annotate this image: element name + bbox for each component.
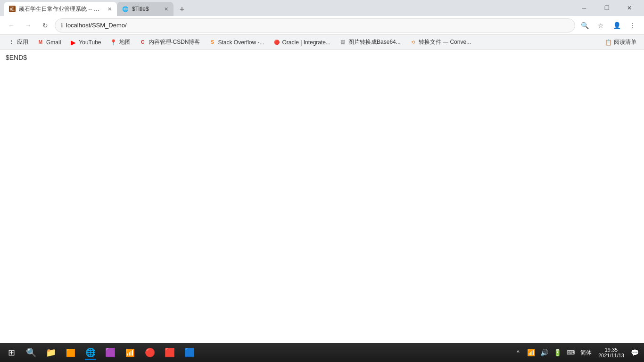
bookmark-imgbase64[interactable]: 🖼 图片转换成Base64... xyxy=(335,37,405,48)
bookmark-stackoverflow[interactable]: S Stack Overflow -... xyxy=(205,37,268,48)
tab-2-favicon: 🌐 xyxy=(122,5,129,13)
menu-button[interactable]: ⋮ xyxy=(625,18,640,33)
tray-battery-icon: 🔋 xyxy=(553,349,561,356)
tab1-icon: 顽 xyxy=(9,6,16,12)
oracle-favicon: 🔴 xyxy=(273,39,281,46)
taskbar-chrome-icon: 🌐 xyxy=(85,347,96,358)
taskbar-file-explorer-icon: 📁 xyxy=(46,347,56,358)
bookmark-gmail[interactable]: M Gmail xyxy=(33,37,65,48)
taskbar-app6-icon: 🟥 xyxy=(165,347,175,358)
tab-strip: 顽 顽石学生日常作业管理系统 -- 作... ✕ 🌐 $Title$ ✕ + xyxy=(4,0,570,16)
tray-volume-icon: 🔊 xyxy=(540,349,548,356)
taskbar-search-icon: 🔍 xyxy=(26,347,36,358)
bookmark-convert-label: 转换文件 — Conve... xyxy=(419,38,471,46)
tray-date: 2021/11/13 xyxy=(598,353,624,358)
reading-list-label: 阅读清单 xyxy=(614,38,636,46)
nav-bar: ← → ↻ ℹ localhost/SSM_Demo/ 🔍 ☆ 👤 ⋮ xyxy=(0,16,644,35)
tray-network[interactable]: 📶 xyxy=(526,344,537,361)
taskbar-filezilla-icon: 📶 xyxy=(125,348,135,357)
bookmark-oracle-label: Oracle | Integrate... xyxy=(282,39,331,46)
taskbar-chrome[interactable]: 🌐 xyxy=(81,344,100,361)
taskbar-app6[interactable]: 🟥 xyxy=(160,344,179,361)
address-bar-icon: ℹ xyxy=(61,22,63,29)
reload-button[interactable]: ↻ xyxy=(38,18,53,33)
gmail-favicon: M xyxy=(37,39,44,46)
tab-1-favicon: 顽 xyxy=(8,5,16,13)
tab-1-title: 顽石学生日常作业管理系统 -- 作... xyxy=(19,5,104,13)
tray-network-icon: 📶 xyxy=(527,349,535,356)
tray-battery[interactable]: 🔋 xyxy=(552,344,563,361)
tray-language[interactable]: 简体 xyxy=(578,349,594,357)
tray-keyboard[interactable]: ⌨ xyxy=(565,344,577,361)
bookmark-stackoverflow-label: Stack Overflow -... xyxy=(218,39,264,46)
page-content: $END$ xyxy=(0,50,644,343)
search-button[interactable]: 🔍 xyxy=(577,18,592,33)
address-bar[interactable]: ℹ localhost/SSM_Demo/ xyxy=(55,18,575,33)
taskbar-filezilla[interactable]: 📶 xyxy=(121,344,140,361)
taskbar-app3-icon: 🟪 xyxy=(105,347,116,358)
bookmark-oracle[interactable]: 🔴 Oracle | Integrate... xyxy=(269,37,335,48)
tab-1-close[interactable]: ✕ xyxy=(106,5,113,13)
taskbar-ide[interactable]: 🟦 xyxy=(180,344,199,361)
taskbar-search[interactable]: 🔍 xyxy=(22,344,41,361)
new-tab-button[interactable]: + xyxy=(175,3,189,16)
maximize-button[interactable]: ❐ xyxy=(596,0,618,16)
bookmark-csdn[interactable]: C 内容管理-CSDN博客 xyxy=(135,37,204,48)
forward-button[interactable]: → xyxy=(21,18,36,33)
profile-button[interactable]: 👤 xyxy=(609,18,624,33)
csdn-favicon: C xyxy=(139,39,147,46)
back-button[interactable]: ← xyxy=(4,18,19,33)
reading-list-icon: 📋 xyxy=(605,39,612,46)
start-button[interactable]: ⊞ xyxy=(2,344,21,361)
bookmarks-bar: ⋮ 应用 M Gmail ▶ YouTube 📍 地图 C 内容管理-CSDN博… xyxy=(0,35,644,50)
tray-volume[interactable]: 🔊 xyxy=(539,344,550,361)
tray-language-label: 简体 xyxy=(580,349,592,356)
stackoverflow-favicon: S xyxy=(209,39,216,46)
nav-right: 🔍 ☆ 👤 ⋮ xyxy=(577,18,640,33)
tray-clock[interactable]: 19:35 2021/11/13 xyxy=(595,344,627,361)
tray-time: 19:35 xyxy=(605,347,618,353)
convert-favicon: ⟲ xyxy=(409,39,417,46)
taskbar-app5-icon: 🔴 xyxy=(145,347,155,358)
tray-expand[interactable]: ^ xyxy=(512,344,524,361)
bookmark-youtube[interactable]: ▶ YouTube xyxy=(66,37,105,48)
tray-keyboard-icon: ⌨ xyxy=(567,349,575,356)
maps-favicon: 📍 xyxy=(110,39,117,46)
page-body-text: $END$ xyxy=(6,54,27,61)
tab2-icon: 🌐 xyxy=(122,6,129,12)
tray-notification-icon: 💬 xyxy=(631,349,639,356)
system-tray: ^ 📶 🔊 🔋 ⌨ 简体 19:35 2021/11/13 💬 xyxy=(511,344,642,361)
bookmark-convert[interactable]: ⟲ 转换文件 — Conve... xyxy=(405,37,475,48)
bookmark-maps[interactable]: 📍 地图 xyxy=(106,37,134,48)
bookmark-youtube-label: YouTube xyxy=(79,39,101,46)
bookmark-apps[interactable]: ⋮ 应用 xyxy=(4,37,32,48)
taskbar-app5[interactable]: 🔴 xyxy=(140,344,159,361)
youtube-favicon: ▶ xyxy=(69,39,77,46)
tab-2-title: $Title$ xyxy=(132,6,160,12)
taskbar-app1[interactable]: 🟧 xyxy=(61,344,80,361)
taskbar-ide-icon: 🟦 xyxy=(184,347,195,358)
minimize-button[interactable]: ─ xyxy=(573,0,595,16)
taskbar-file-explorer[interactable]: 📁 xyxy=(41,344,60,361)
start-icon: ⊞ xyxy=(8,347,15,358)
reading-list-button[interactable]: 📋 阅读清单 xyxy=(601,37,640,48)
bookmark-imgbase64-label: 图片转换成Base64... xyxy=(348,38,401,46)
tray-expand-icon: ^ xyxy=(517,349,520,356)
bookmark-button[interactable]: ☆ xyxy=(593,18,608,33)
imgbase64-favicon: 🖼 xyxy=(339,39,347,46)
bookmark-gmail-label: Gmail xyxy=(46,39,61,46)
tray-notification[interactable]: 💬 xyxy=(629,344,640,361)
close-button[interactable]: ✕ xyxy=(619,0,640,16)
taskbar: ⊞ 🔍 📁 🟧 🌐 🟪 📶 🔴 🟥 🟦 ^ 📶 🔊 xyxy=(0,343,644,362)
browser-chrome: 顽 顽石学生日常作业管理系统 -- 作... ✕ 🌐 $Title$ ✕ + ─… xyxy=(0,0,644,50)
taskbar-app3[interactable]: 🟪 xyxy=(101,344,120,361)
tab-2[interactable]: 🌐 $Title$ ✕ xyxy=(117,2,173,16)
bookmark-csdn-label: 内容管理-CSDN博客 xyxy=(149,38,200,46)
window-controls: ─ ❐ ✕ xyxy=(573,0,640,16)
bookmark-apps-label: 应用 xyxy=(17,38,28,46)
address-text: localhost/SSM_Demo/ xyxy=(66,22,127,29)
tab-1[interactable]: 顽 顽石学生日常作业管理系统 -- 作... ✕ xyxy=(4,2,117,16)
tab-2-close[interactable]: ✕ xyxy=(162,5,170,13)
bookmark-maps-label: 地图 xyxy=(119,38,131,46)
apps-favicon: ⋮ xyxy=(8,39,15,46)
